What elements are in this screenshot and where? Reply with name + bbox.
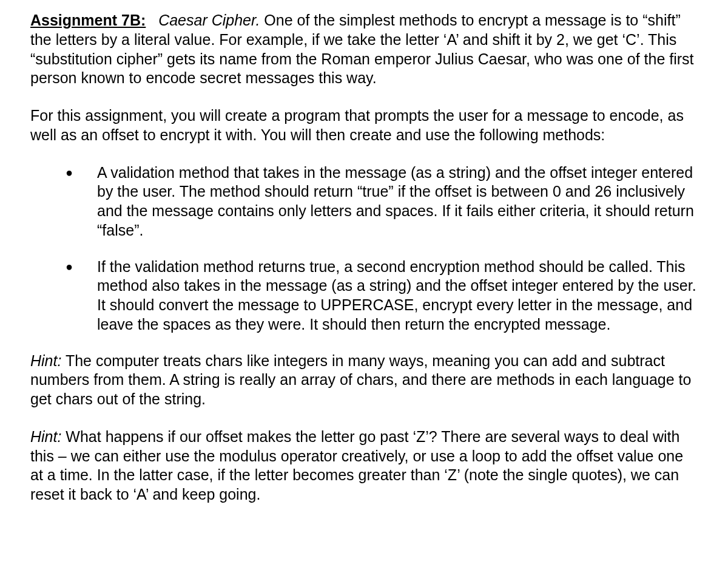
hint-text: The computer treats chars like integers … [30, 352, 691, 408]
intro-paragraph: Assignment 7B: Caesar Cipher. One of the… [30, 11, 698, 88]
hint-paragraph: Hint: What happens if our offset makes t… [30, 427, 698, 505]
hint-text: What happens if our offset makes the let… [30, 428, 683, 503]
bullet-text: A validation method that takes in the me… [97, 164, 694, 239]
document-page: Assignment 7B: Caesar Cipher. One of the… [0, 0, 728, 564]
assignment-subtitle: Caesar Cipher. [158, 12, 260, 29]
hint-label: Hint: [30, 428, 61, 445]
bullet-icon: ● [66, 165, 73, 180]
bullet-text: If the validation method returns true, a… [97, 258, 696, 333]
assignment-title: Assignment 7B: [30, 12, 146, 29]
hint-paragraph: Hint: The computer treats chars like int… [30, 352, 698, 409]
bullet-icon: ● [66, 259, 73, 274]
bullet-list: ● A validation method that takes in the … [30, 163, 698, 335]
hint-label: Hint: [30, 352, 61, 369]
list-item: ● If the validation method returns true,… [49, 257, 698, 335]
instructions-paragraph: For this assignment, you will create a p… [30, 106, 698, 145]
list-item: ● A validation method that takes in the … [49, 163, 698, 240]
